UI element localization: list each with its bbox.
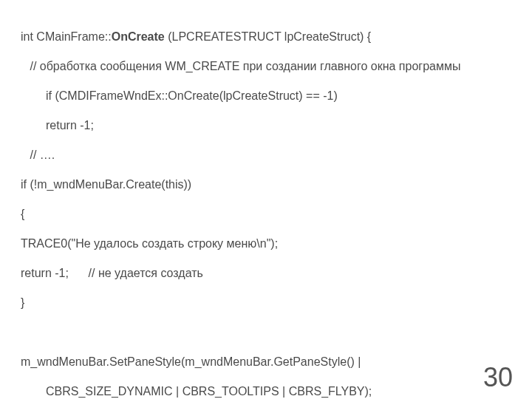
code-line: if (!m_wndMenuBar.Create(this)) (21, 177, 532, 192)
code-line: if (CMDIFrameWndEx::OnCreate(lpCreateStr… (21, 89, 532, 103)
slide: int CMainFrame::OnCreate (LPCREATESTRUCT… (0, 0, 532, 399)
code-line: { (21, 207, 532, 222)
code-line: CBRS_SIZE_DYNAMIC | CBRS_TOOLTIPS | CBRS… (21, 384, 532, 399)
text: int CMainFrame:: (21, 30, 112, 43)
page-number: 30 (483, 362, 513, 393)
code-line: // обработка сообщения WM_CREATE при соз… (21, 59, 532, 74)
code-line: m_wndMenuBar.SetPaneStyle(m_wndMenuBar.G… (21, 355, 532, 369)
code-line: return -1; // не удается создать (21, 266, 532, 281)
text: (LPCREATESTRUCT lpCreateStruct) { (165, 30, 371, 43)
code-line: TRACE0("Не удалось создать строку меню\n… (21, 236, 532, 251)
code-line: int CMainFrame::OnCreate (LPCREATESTRUCT… (21, 30, 532, 44)
code-block: int CMainFrame::OnCreate (LPCREATESTRUCT… (21, 15, 532, 399)
code-line: // …. (21, 148, 532, 163)
code-line: } (21, 296, 532, 310)
code-line: return -1; (21, 118, 532, 133)
method-name: OnCreate (112, 30, 165, 43)
